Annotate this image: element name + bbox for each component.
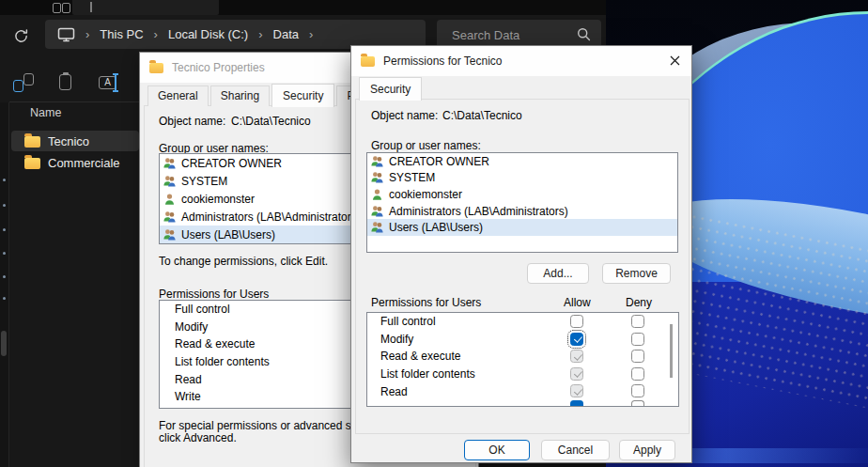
edit-hint: To change permissions, click Edit.: [159, 255, 328, 268]
allow-checkbox[interactable]: [570, 384, 583, 397]
close-icon: [670, 55, 680, 66]
rail-dot: [3, 179, 6, 181]
explorer-active-tab[interactable]: [72, 0, 219, 15]
group-name: SYSTEM: [181, 175, 227, 188]
breadcrumb-this-pc[interactable]: This PC: [100, 27, 143, 41]
allow-checkbox[interactable]: [570, 333, 583, 346]
allow-header: Allow: [564, 296, 591, 309]
navigation-pane-scrollbar[interactable]: [0, 102, 9, 467]
deny-checkbox[interactable]: [631, 350, 644, 363]
object-name-value: C:\Data\Tecnico: [231, 115, 311, 128]
this-pc-icon[interactable]: [57, 27, 75, 42]
users-icon: [370, 205, 384, 218]
advanced-hint-line1: For special permissions or advanced sett…: [159, 419, 379, 432]
permissions-checkbox-list: Full control Modify Read & execute List …: [366, 312, 679, 407]
permissions-dialog-titlebar[interactable]: Permissions for Tecnico: [351, 46, 691, 76]
user-icon: [163, 193, 177, 206]
group-item[interactable]: SYSTEM: [367, 170, 677, 187]
scrollbar-thumb[interactable]: [1, 331, 7, 356]
permissions-dialog: Permissions for Tecnico Security Object …: [350, 45, 692, 463]
permission-row-read: Read: [367, 382, 678, 400]
object-name-label: Object name:: [159, 115, 225, 128]
tab-preview-icon: [53, 3, 61, 13]
refresh-icon: [12, 27, 30, 45]
group-name: Administrators (LAB\Administrators): [389, 205, 568, 218]
file-row-tecnico[interactable]: Tecnico: [11, 131, 139, 151]
permission-name: Read & execute: [380, 350, 460, 363]
permission-row-read-execute: Read & execute: [367, 348, 678, 366]
column-header-name[interactable]: Name: [30, 106, 61, 119]
screen: › This PC › Local Disk (C:) › Data ›: [0, 0, 868, 467]
permissions-scrollbar-thumb[interactable]: [670, 324, 673, 378]
group-item[interactable]: Users (LAB\Users): [367, 219, 677, 236]
allow-checkbox[interactable]: [570, 315, 583, 328]
permission-name: Modify: [380, 333, 413, 346]
remove-button[interactable]: Remove: [602, 263, 671, 284]
deny-checkbox[interactable]: [631, 384, 644, 397]
tab-preview-icon: [62, 3, 70, 13]
group-name: CREATOR OWNER: [389, 155, 489, 168]
close-button[interactable]: [661, 50, 688, 70]
folder-icon: [149, 63, 163, 73]
permission-name: Full control: [380, 315, 436, 328]
group-name: Administrators (LAB\Administrators): [181, 210, 361, 224]
cancel-button[interactable]: Cancel: [541, 440, 610, 460]
copy-icon: [23, 73, 34, 86]
permission-name: Read: [380, 385, 408, 398]
permission-row-list-folder-contents: List folder contents: [367, 366, 678, 383]
add-button[interactable]: Add...: [527, 263, 589, 284]
breadcrumb-local-disk-c[interactable]: Local Disk (C:): [168, 27, 248, 41]
group-name: cookiemonster: [389, 188, 462, 201]
tab-sharing[interactable]: Sharing: [210, 86, 270, 106]
copy-button[interactable]: [13, 73, 34, 92]
group-name: Users (LAB\Users): [389, 221, 483, 234]
users-icon: [163, 210, 177, 224]
folder-icon: [24, 136, 40, 148]
rail-dot: [3, 275, 6, 278]
dialog-title: Permissions for Tecnico: [383, 54, 503, 68]
paste-button[interactable]: [56, 73, 77, 92]
users-icon: [163, 157, 177, 170]
dialog-title: Tecnico Properties: [172, 61, 265, 74]
allow-checkbox[interactable]: [570, 367, 583, 381]
users-icon: [163, 228, 177, 241]
rail-dot: [3, 297, 6, 300]
paste-icon: [59, 74, 71, 90]
partial-deny-checkbox[interactable]: [631, 400, 644, 406]
user-icon: [370, 188, 384, 201]
tab-security[interactable]: Security: [271, 84, 334, 107]
deny-header: Deny: [626, 296, 652, 309]
allow-checkbox[interactable]: [570, 350, 583, 363]
group-name: CREATOR OWNER: [181, 157, 282, 170]
rename-button[interactable]: A: [99, 73, 121, 92]
apply-button[interactable]: Apply: [619, 440, 675, 460]
group-item[interactable]: cookiemonster: [367, 186, 677, 203]
deny-checkbox[interactable]: [631, 333, 644, 346]
permissions-label: Permissions for Users: [371, 296, 481, 309]
group-list-label: Group or user names:: [371, 139, 481, 152]
tab-security[interactable]: Security: [359, 77, 422, 101]
rail-dot: [3, 252, 6, 255]
users-icon: [370, 221, 384, 234]
object-name-label: Object name:: [371, 109, 438, 122]
advanced-hint-line2: click Advanced.: [159, 431, 237, 444]
breadcrumb-data[interactable]: Data: [273, 27, 299, 41]
permission-row-modify: Modify: [367, 331, 678, 349]
partial-allow-checkbox[interactable]: [570, 400, 583, 406]
deny-checkbox[interactable]: [631, 367, 644, 381]
chevron-right-icon: ›: [248, 27, 272, 41]
group-name: cookiemonster: [181, 193, 255, 206]
deny-checkbox[interactable]: [631, 315, 644, 328]
users-icon: [370, 171, 384, 184]
search-icon[interactable]: [577, 27, 591, 45]
permissions-tabs: Security: [359, 78, 424, 100]
ok-button[interactable]: OK: [464, 440, 530, 460]
refresh-button[interactable]: [9, 24, 32, 47]
group-item[interactable]: CREATOR OWNER: [367, 153, 677, 170]
folder-icon: [24, 158, 40, 169]
new-tab-icon[interactable]: [90, 2, 92, 12]
group-item[interactable]: Administrators (LAB\Administrators): [367, 203, 677, 220]
file-row-commerciale[interactable]: Commerciale: [11, 152, 139, 173]
file-name: Commerciale: [48, 156, 120, 170]
tab-general[interactable]: General: [147, 86, 209, 106]
